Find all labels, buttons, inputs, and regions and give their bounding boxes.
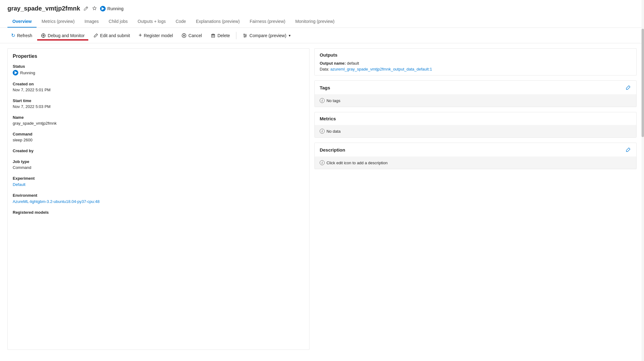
svg-point-15 — [246, 35, 247, 36]
svg-point-1 — [43, 35, 44, 36]
tags-card: Tags i No tags — [314, 80, 637, 107]
prop-created-on-label: Created on — [13, 82, 304, 86]
refresh-button[interactable]: ↻ Refresh — [7, 31, 36, 40]
output-data-link[interactable]: azureml_gray_spade_vmtjp2fmnk_output_dat… — [331, 67, 432, 71]
prop-start-time-value: Nov 7, 2022 5:03 PM — [13, 104, 304, 109]
prop-start-time-group: Start time Nov 7, 2022 5:03 PM — [13, 98, 304, 109]
metrics-card-header: Metrics — [315, 112, 636, 125]
content-area: Properties Status Running Created on Nov… — [0, 43, 644, 355]
tab-images[interactable]: Images — [80, 16, 104, 28]
prop-experiment-link[interactable]: Default — [13, 182, 25, 187]
edit-title-button[interactable] — [83, 6, 89, 12]
outputs-card: Outputs Output name: default Data: azure… — [314, 48, 637, 75]
prop-environment-group: Environment AzureML-lightgbm-3.2-ubuntu1… — [13, 193, 304, 204]
description-edit-button[interactable] — [625, 147, 631, 153]
delete-button[interactable]: Delete — [207, 31, 234, 40]
refresh-icon: ↻ — [11, 32, 15, 38]
favorite-button[interactable] — [91, 6, 98, 12]
status-running-text: Running — [20, 71, 35, 75]
output-name-value: default — [347, 61, 359, 66]
scrollbar-track — [642, 0, 644, 355]
prop-created-by-group: Created by — [13, 148, 304, 153]
prop-job-type-value: Command — [13, 165, 304, 170]
no-tags-text: No tags — [326, 98, 340, 103]
output-name-prefix: Output name: — [320, 61, 347, 66]
compare-button[interactable]: Compare (preview) ▾ — [239, 31, 294, 40]
info-icon-description: i — [320, 160, 325, 165]
tab-outputs-logs[interactable]: Outputs + logs — [133, 16, 171, 28]
properties-title: Properties — [13, 54, 304, 59]
description-title: Description — [320, 147, 345, 153]
tab-explanations[interactable]: Explanations (preview) — [191, 16, 245, 28]
compare-icon — [243, 33, 248, 38]
tags-edit-button[interactable] — [625, 84, 631, 91]
prop-environment-label: Environment — [13, 193, 304, 198]
running-status-icon — [100, 6, 106, 11]
nav-tabs-list: Overview Metrics (preview) Images Child … — [7, 16, 637, 28]
tab-monitoring[interactable]: Monitoring (preview) — [290, 16, 340, 28]
properties-panel: Properties Status Running Created on Nov… — [7, 48, 309, 350]
right-panel: Outputs Output name: default Data: azure… — [314, 48, 637, 350]
scrollbar-thumb[interactable] — [642, 29, 644, 137]
prop-command-label: Command — [13, 132, 304, 136]
tags-card-body: i No tags — [315, 94, 636, 107]
pencil-icon — [83, 6, 88, 11]
svg-point-14 — [244, 34, 245, 35]
output-data-prefix: Data: — [320, 67, 331, 71]
prop-command-value: sleep 2600 — [13, 138, 304, 142]
register-model-button[interactable]: + Register model — [135, 30, 177, 41]
prop-created-on-group: Created on Nov 7, 2022 5:01 PM — [13, 82, 304, 92]
prop-environment-link[interactable]: AzureML-lightgbm-3.2-ubuntu18.04-py37-cp… — [13, 199, 99, 204]
star-icon — [92, 6, 97, 11]
description-card-body: i Click edit icon to add a description — [315, 157, 636, 169]
title-row: gray_spade_vmtjp2fmnk Running — [7, 5, 637, 12]
description-card-header: Description — [315, 143, 636, 157]
prop-job-type-group: Job type Command — [13, 159, 304, 170]
active-underline-indicator — [37, 39, 88, 40]
debug-icon — [41, 33, 46, 38]
prop-command-group: Command sleep 2600 — [13, 132, 304, 142]
prop-name-value: gray_spade_vmtjp2fmnk — [13, 121, 304, 126]
debug-monitor-button[interactable]: Debug and Monitor — [37, 31, 88, 40]
tab-code[interactable]: Code — [171, 16, 191, 28]
tags-title: Tags — [320, 85, 330, 90]
description-placeholder-text: Click edit icon to add a description — [326, 161, 388, 165]
metrics-card: Metrics i No data — [314, 112, 637, 138]
outputs-title: Outputs — [320, 52, 631, 58]
page-title: gray_spade_vmtjp2fmnk — [7, 5, 80, 12]
no-tags-row: i No tags — [320, 98, 631, 103]
prop-status-label: Status — [13, 64, 304, 69]
status-running-value: Running — [13, 70, 304, 75]
prop-status-group: Status Running — [13, 64, 304, 75]
tab-overview[interactable]: Overview — [7, 16, 37, 28]
tab-metrics[interactable]: Metrics (preview) — [37, 16, 80, 28]
prop-created-on-value: Nov 7, 2022 5:01 PM — [13, 88, 304, 92]
prop-experiment-label: Experiment — [13, 176, 304, 181]
no-data-text: No data — [326, 129, 341, 134]
info-icon-metrics: i — [320, 129, 325, 134]
tags-card-header: Tags — [315, 81, 636, 94]
tab-fairness[interactable]: Fairness (preview) — [245, 16, 290, 28]
prop-experiment-group: Experiment Default — [13, 176, 304, 187]
prop-registered-models-label: Registered models — [13, 210, 304, 215]
prop-created-by-label: Created by — [13, 148, 304, 153]
tab-child-jobs[interactable]: Child jobs — [104, 16, 133, 28]
prop-name-label: Name — [13, 115, 304, 120]
main-nav: Overview Metrics (preview) Images Child … — [7, 16, 637, 28]
status-badge: Running — [100, 6, 124, 11]
cancel-button[interactable]: Cancel — [178, 31, 206, 40]
prop-start-time-label: Start time — [13, 98, 304, 103]
toolbar: ↻ Refresh Debug and Monitor Edit and sub… — [0, 28, 644, 43]
metrics-card-body: i No data — [315, 125, 636, 137]
prop-registered-models-group: Registered models — [13, 210, 304, 215]
output-data-row: Data: azureml_gray_spade_vmtjp2fmnk_outp… — [320, 67, 631, 71]
plus-icon: + — [139, 32, 142, 39]
prop-job-type-label: Job type — [13, 159, 304, 164]
svg-point-16 — [244, 36, 245, 37]
chevron-down-icon: ▾ — [289, 33, 291, 38]
edit-submit-button[interactable]: Edit and submit — [90, 31, 134, 40]
output-name-row: Output name: default — [320, 61, 631, 66]
toolbar-separator — [236, 32, 236, 39]
metrics-title: Metrics — [320, 116, 336, 121]
edit-pencil-icon — [93, 33, 98, 38]
